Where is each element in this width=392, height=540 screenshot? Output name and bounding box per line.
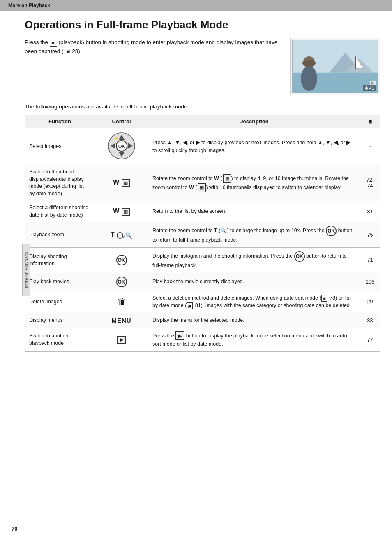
col-header-ref: ▣ [360,115,380,128]
page-title: Operations in Full-frame Playback Mode [25,18,380,31]
w-icon: W [113,179,119,186]
col-header-function: Function [25,115,95,128]
ref-shooting-date: 81 [360,201,380,222]
desc-switch-playback: Press the ▶ button to display the playba… [148,328,360,351]
ref-display-menus: 83 [360,313,380,328]
control-w-date: W ▦ [95,201,148,222]
function-display-shooting: Display shooting information [25,247,95,273]
intro-text: Press the ▶ (playback) button in shootin… [25,38,282,55]
menu-text-icon: MENU [111,317,131,324]
desc-thumbnail: Rotate the zoom control to W (▦) to disp… [148,165,360,201]
sidebar-label: More on Playback [22,244,30,296]
table-row: Select a different shooting date (list b… [25,201,380,222]
ref-display-shooting: 71 [360,247,380,273]
playback-button-icon: ▶ [117,336,126,344]
svg-text:OK: OK [118,144,125,149]
ok-button-inline: OK [326,226,337,236]
ref-thumbnail: 72, 74 [360,165,380,201]
function-display-menus: Display menus [25,313,95,328]
function-select-images: Select images [25,128,95,165]
dpad-icon: OK ⚡ ▣ [107,132,136,160]
function-thumbnail: Switch to thumbnail display/calendar dis… [25,165,95,201]
table-row: Playback zoom T | 🔍 Rotate the zoom cont… [25,222,380,248]
function-delete-images: Delete images [25,291,95,313]
table-row: Delete images 🗑 Select a deletion method… [25,291,380,313]
ref-delete-images: 29 [360,291,380,313]
ok-circle-movies: OK [116,277,127,287]
desc-play-movies: Play back the movie currently displayed. [148,273,360,291]
svg-point-8 [302,60,316,67]
svg-text:⚡: ⚡ [115,136,120,141]
desc-playback-zoom: Rotate the zoom control to T (🔍) to enla… [148,222,360,248]
svg-point-7 [301,66,317,91]
section-header: More on Playback [0,0,392,11]
preview-person [296,56,323,93]
desc-delete-images: Select a deletion method and delete imag… [148,291,360,313]
magnify-icon: | [117,232,123,239]
thumb-grid-icon: ▦ [122,179,130,187]
control-t-magnify: T | 🔍 [95,222,148,248]
control-ok-movies: OK [95,273,148,291]
control-dpad: OK ⚡ ▣ [95,128,148,165]
desc-select-images: Press ▲, ▼, ◀, or ▶ to display previous … [148,128,360,165]
table-row: Select images OK [25,128,380,165]
operations-intro: The following operations are available i… [25,104,380,110]
trash-icon: 🗑 [117,296,126,307]
control-ok-shooting: OK [95,247,148,273]
function-playback-zoom: Playback zoom [25,222,95,248]
table-row: Switch to thumbnail display/calendar dis… [25,165,380,201]
ref-playback-zoom: 75 [360,222,380,248]
page-number: 70 [12,526,17,532]
desc-shooting-date: Return to the list by date screen. [148,201,360,222]
w-icon-date: W [113,208,119,215]
control-w-thumb: W ▦ [95,165,148,201]
t-icon: T [111,231,115,238]
preview-mode-icon: ⊞ [370,81,376,85]
table-row: Display menus MENU Display the menu for … [25,313,380,328]
camera-preview: 15/11/2010 15:30 0004.JPG [290,38,380,95]
table-row: Switch to another playback mode ▶ Press … [25,328,380,351]
preview-counter: 4/ 41 [363,85,376,91]
table-row: Display shooting information OK Display … [25,247,380,273]
svg-text:▣: ▣ [127,144,130,148]
desc-display-menus: Display the menu for the selected mode. [148,313,360,328]
magnify-glass-sym: 🔍 [125,232,132,239]
col-header-control: Control [95,115,148,128]
operations-table: Function Control Description ▣ Select im… [25,115,380,352]
control-play-btn: ▶ [95,328,148,351]
control-trash: 🗑 [95,291,148,313]
ok-circle-shooting: OK [116,255,127,265]
control-menu: MENU [95,313,148,328]
function-play-movies: Play back movies [25,273,95,291]
function-shooting-date: Select a different shooting date (list b… [25,201,95,222]
ref-play-movies: 106 [360,273,380,291]
desc-display-shooting: Display the histogram and the shooting i… [148,247,360,273]
play-inline-icon: ▶ [175,331,184,341]
ok-button-inline-2: OK [294,251,305,262]
intro-section: Press the ▶ (playback) button in shootin… [25,38,380,95]
col-header-description: Description [148,115,360,128]
function-switch-playback: Switch to another playback mode [25,328,95,351]
table-row: Play back movies OK Play back the movie … [25,273,380,291]
thumb-grid-icon-2: ▦ [122,208,130,216]
ref-select-images: 9 [360,128,380,165]
ref-switch-playback: 77 [360,328,380,351]
